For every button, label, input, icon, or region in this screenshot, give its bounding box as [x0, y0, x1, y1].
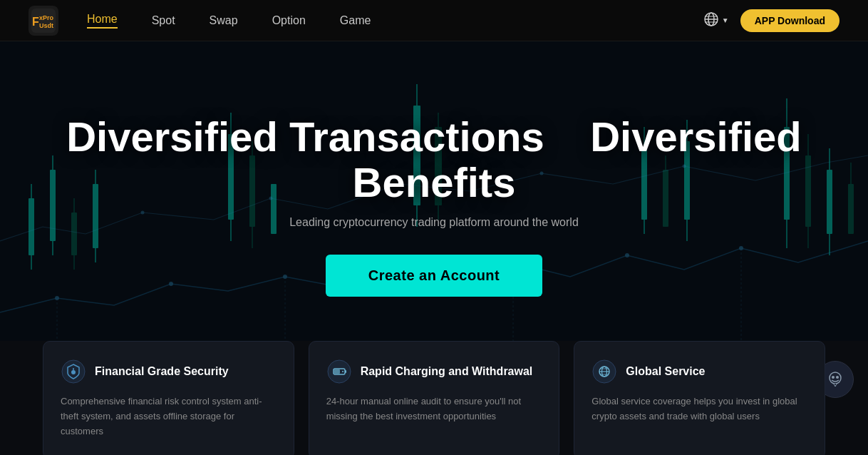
- svg-point-71: [71, 370, 76, 374]
- nav-right: ▼ APP Download: [703, 9, 839, 32]
- chat-icon: [825, 369, 845, 389]
- features-grid: Financial Grade Security Comprehensive f…: [43, 341, 825, 455]
- create-account-button[interactable]: Create an Account: [326, 255, 542, 297]
- svg-text:Usdt: Usdt: [39, 22, 53, 29]
- feature-card-header-charging: Rapid Charging and Withdrawal: [326, 359, 542, 384]
- chevron-down-icon: ▼: [722, 16, 729, 24]
- nav-swap[interactable]: Swap: [210, 14, 238, 27]
- feature-desc-charging: 24-hour manual online audit to ensure yo…: [326, 394, 542, 424]
- hero-title: Diversified Transactions Diversified Ben…: [0, 114, 868, 205]
- brand-logo: F xPro Usdt: [29, 6, 58, 36]
- nav-spot[interactable]: Spot: [152, 14, 175, 27]
- feature-desc-security: Comprehensive financial risk control sys…: [61, 394, 277, 439]
- hero-content: Diversified Transactions Diversified Ben…: [0, 114, 868, 297]
- feature-desc-global: Global service coverage helps you invest…: [591, 394, 807, 424]
- nav-links: Home Spot Swap Option Game: [87, 13, 371, 29]
- svg-point-86: [836, 376, 839, 379]
- svg-point-85: [832, 376, 835, 379]
- feature-title-global: Global Service: [626, 365, 705, 378]
- svg-rect-76: [334, 369, 340, 374]
- lightning-icon: [326, 359, 352, 384]
- nav-left: F xPro Usdt Home Spot Swap Option Game: [29, 6, 371, 36]
- feature-card-security: Financial Grade Security Comprehensive f…: [43, 341, 294, 455]
- navbar: F xPro Usdt Home Spot Swap Option Game: [0, 0, 868, 41]
- svg-text:xPro: xPro: [39, 14, 54, 21]
- globe-service-icon: [591, 359, 617, 384]
- feature-title-charging: Rapid Charging and Withdrawal: [361, 365, 533, 378]
- feature-card-global: Global Service Global service coverage h…: [574, 341, 825, 455]
- feature-card-header-security: Financial Grade Security: [61, 359, 277, 384]
- hero-title-line1: Diversified Transactions: [66, 113, 544, 160]
- nav-game[interactable]: Game: [340, 14, 371, 27]
- hero-section: Diversified Transactions Diversified Ben…: [0, 41, 868, 369]
- language-selector[interactable]: ▼: [703, 11, 729, 30]
- logo-area: F xPro Usdt: [29, 6, 58, 36]
- feature-title-security: Financial Grade Security: [95, 365, 229, 378]
- feature-card-header-global: Global Service: [591, 359, 807, 384]
- nav-home[interactable]: Home: [87, 13, 118, 29]
- nav-option[interactable]: Option: [272, 14, 306, 27]
- globe-icon: [703, 11, 719, 30]
- app-download-button[interactable]: APP Download: [740, 9, 839, 32]
- shield-icon: [61, 359, 86, 384]
- svg-text:F: F: [32, 16, 39, 28]
- feature-card-charging: Rapid Charging and Withdrawal 24-hour ma…: [309, 341, 560, 455]
- hero-subtitle: Leading cryptocurrency trading platform …: [289, 216, 579, 229]
- svg-rect-75: [345, 370, 346, 373]
- features-section: Financial Grade Security Comprehensive f…: [0, 341, 868, 455]
